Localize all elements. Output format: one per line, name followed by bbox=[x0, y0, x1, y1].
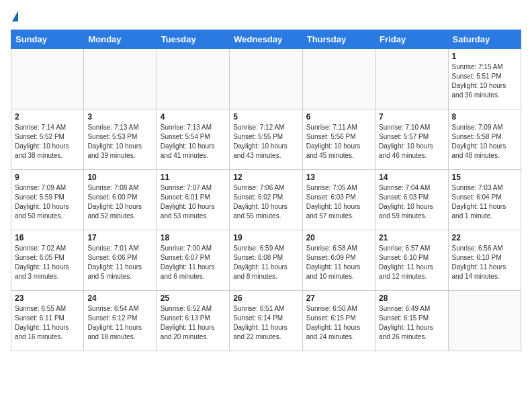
calendar-day-cell: 5Sunrise: 7:12 AM Sunset: 5:55 PM Daylig… bbox=[230, 109, 302, 170]
calendar-week-row: 1Sunrise: 7:15 AM Sunset: 5:51 PM Daylig… bbox=[11, 49, 521, 109]
day-number: 6 bbox=[306, 112, 371, 122]
day-number: 1 bbox=[452, 52, 517, 61]
calendar-day-cell: 16Sunrise: 7:02 AM Sunset: 6:05 PM Dayli… bbox=[11, 230, 84, 291]
calendar-day-cell: 12Sunrise: 7:06 AM Sunset: 6:02 PM Dayli… bbox=[230, 170, 302, 230]
day-info: Sunrise: 7:13 AM Sunset: 5:54 PM Dayligh… bbox=[161, 123, 226, 161]
calendar-day-cell: 26Sunrise: 6:51 AM Sunset: 6:14 PM Dayli… bbox=[230, 291, 302, 351]
calendar-day-cell: 4Sunrise: 7:13 AM Sunset: 5:54 PM Daylig… bbox=[157, 109, 229, 170]
day-info: Sunrise: 7:02 AM Sunset: 6:05 PM Dayligh… bbox=[15, 244, 80, 281]
calendar-day-cell: 20Sunrise: 6:58 AM Sunset: 6:09 PM Dayli… bbox=[302, 230, 375, 291]
day-info: Sunrise: 7:15 AM Sunset: 5:51 PM Dayligh… bbox=[452, 62, 517, 100]
calendar-week-row: 23Sunrise: 6:55 AM Sunset: 6:11 PM Dayli… bbox=[11, 291, 521, 351]
weekday-sunday: Sunday bbox=[11, 30, 84, 49]
calendar-day-cell: 13Sunrise: 7:05 AM Sunset: 6:03 PM Dayli… bbox=[302, 170, 375, 230]
calendar-day-cell bbox=[11, 49, 84, 109]
day-number: 2 bbox=[15, 112, 80, 122]
day-info: Sunrise: 6:58 AM Sunset: 6:09 PM Dayligh… bbox=[306, 244, 371, 281]
day-number: 28 bbox=[379, 293, 444, 303]
day-info: Sunrise: 6:59 AM Sunset: 6:08 PM Dayligh… bbox=[233, 244, 298, 281]
day-info: Sunrise: 7:01 AM Sunset: 6:06 PM Dayligh… bbox=[87, 244, 152, 281]
page-header bbox=[11, 11, 521, 21]
day-info: Sunrise: 7:09 AM Sunset: 5:58 PM Dayligh… bbox=[452, 123, 517, 161]
day-info: Sunrise: 6:56 AM Sunset: 6:10 PM Dayligh… bbox=[452, 244, 517, 281]
weekday-friday: Friday bbox=[375, 30, 448, 49]
weekday-header-row: SundayMondayTuesdayWednesdayThursdayFrid… bbox=[11, 30, 521, 49]
day-number: 12 bbox=[233, 173, 298, 182]
calendar-day-cell: 22Sunrise: 6:56 AM Sunset: 6:10 PM Dayli… bbox=[448, 230, 521, 291]
day-info: Sunrise: 7:09 AM Sunset: 5:59 PM Dayligh… bbox=[15, 183, 80, 221]
day-number: 26 bbox=[233, 293, 298, 303]
day-number: 23 bbox=[15, 293, 80, 303]
day-number: 9 bbox=[15, 173, 80, 182]
day-info: Sunrise: 7:12 AM Sunset: 5:55 PM Dayligh… bbox=[233, 123, 298, 161]
day-number: 13 bbox=[306, 173, 371, 182]
calendar-day-cell: 15Sunrise: 7:03 AM Sunset: 6:04 PM Dayli… bbox=[448, 170, 521, 230]
day-number: 16 bbox=[15, 233, 80, 242]
calendar-day-cell: 8Sunrise: 7:09 AM Sunset: 5:58 PM Daylig… bbox=[448, 109, 521, 170]
day-info: Sunrise: 7:07 AM Sunset: 6:01 PM Dayligh… bbox=[161, 183, 226, 221]
calendar-day-cell: 10Sunrise: 7:08 AM Sunset: 6:00 PM Dayli… bbox=[84, 170, 157, 230]
day-info: Sunrise: 6:49 AM Sunset: 6:15 PM Dayligh… bbox=[379, 304, 444, 342]
day-number: 24 bbox=[87, 293, 152, 303]
day-number: 25 bbox=[161, 293, 226, 303]
day-info: Sunrise: 7:00 AM Sunset: 6:07 PM Dayligh… bbox=[161, 244, 226, 281]
calendar-week-row: 16Sunrise: 7:02 AM Sunset: 6:05 PM Dayli… bbox=[11, 230, 521, 291]
weekday-saturday: Saturday bbox=[448, 30, 521, 49]
calendar-day-cell: 11Sunrise: 7:07 AM Sunset: 6:01 PM Dayli… bbox=[157, 170, 229, 230]
day-number: 19 bbox=[233, 233, 298, 242]
calendar-day-cell: 17Sunrise: 7:01 AM Sunset: 6:06 PM Dayli… bbox=[84, 230, 157, 291]
calendar-day-cell: 24Sunrise: 6:54 AM Sunset: 6:12 PM Dayli… bbox=[84, 291, 157, 351]
weekday-thursday: Thursday bbox=[302, 30, 375, 49]
calendar-day-cell: 6Sunrise: 7:11 AM Sunset: 5:56 PM Daylig… bbox=[302, 109, 375, 170]
weekday-wednesday: Wednesday bbox=[230, 30, 302, 49]
day-info: Sunrise: 6:55 AM Sunset: 6:11 PM Dayligh… bbox=[15, 304, 80, 342]
day-number: 14 bbox=[379, 173, 444, 182]
calendar-day-cell bbox=[448, 291, 521, 351]
weekday-tuesday: Tuesday bbox=[157, 30, 229, 49]
calendar-day-cell bbox=[230, 49, 302, 109]
day-number: 10 bbox=[87, 173, 152, 182]
day-info: Sunrise: 7:10 AM Sunset: 5:57 PM Dayligh… bbox=[379, 123, 444, 161]
calendar-day-cell: 27Sunrise: 6:50 AM Sunset: 6:15 PM Dayli… bbox=[302, 291, 375, 351]
calendar-week-row: 9Sunrise: 7:09 AM Sunset: 5:59 PM Daylig… bbox=[11, 170, 521, 230]
calendar-day-cell: 19Sunrise: 6:59 AM Sunset: 6:08 PM Dayli… bbox=[230, 230, 302, 291]
calendar-day-cell bbox=[157, 49, 229, 109]
calendar-day-cell: 3Sunrise: 7:13 AM Sunset: 5:53 PM Daylig… bbox=[84, 109, 157, 170]
day-number: 15 bbox=[452, 173, 517, 182]
calendar-day-cell: 7Sunrise: 7:10 AM Sunset: 5:57 PM Daylig… bbox=[375, 109, 448, 170]
day-info: Sunrise: 7:14 AM Sunset: 5:52 PM Dayligh… bbox=[15, 123, 80, 161]
day-number: 8 bbox=[452, 112, 517, 122]
day-info: Sunrise: 7:03 AM Sunset: 6:04 PM Dayligh… bbox=[452, 183, 517, 221]
day-number: 11 bbox=[161, 173, 226, 182]
calendar-week-row: 2Sunrise: 7:14 AM Sunset: 5:52 PM Daylig… bbox=[11, 109, 521, 170]
day-number: 21 bbox=[379, 233, 444, 242]
day-info: Sunrise: 7:05 AM Sunset: 6:03 PM Dayligh… bbox=[306, 183, 371, 221]
calendar-day-cell: 18Sunrise: 7:00 AM Sunset: 6:07 PM Dayli… bbox=[157, 230, 229, 291]
day-number: 7 bbox=[379, 112, 444, 122]
day-number: 3 bbox=[87, 112, 152, 122]
calendar-day-cell bbox=[84, 49, 157, 109]
day-info: Sunrise: 7:08 AM Sunset: 6:00 PM Dayligh… bbox=[87, 183, 152, 221]
day-number: 18 bbox=[161, 233, 226, 242]
day-info: Sunrise: 6:57 AM Sunset: 6:10 PM Dayligh… bbox=[379, 244, 444, 281]
day-number: 22 bbox=[452, 233, 517, 242]
logo bbox=[11, 11, 18, 21]
day-info: Sunrise: 6:54 AM Sunset: 6:12 PM Dayligh… bbox=[87, 304, 152, 342]
day-info: Sunrise: 7:11 AM Sunset: 5:56 PM Dayligh… bbox=[306, 123, 371, 161]
day-info: Sunrise: 6:51 AM Sunset: 6:14 PM Dayligh… bbox=[233, 304, 298, 342]
calendar-table: SundayMondayTuesdayWednesdayThursdayFrid… bbox=[11, 30, 521, 351]
day-info: Sunrise: 7:13 AM Sunset: 5:53 PM Dayligh… bbox=[87, 123, 152, 161]
logo-triangle-icon bbox=[12, 11, 18, 21]
calendar-day-cell: 14Sunrise: 7:04 AM Sunset: 6:03 PM Dayli… bbox=[375, 170, 448, 230]
calendar-day-cell: 9Sunrise: 7:09 AM Sunset: 5:59 PM Daylig… bbox=[11, 170, 84, 230]
day-info: Sunrise: 7:04 AM Sunset: 6:03 PM Dayligh… bbox=[379, 183, 444, 221]
day-number: 20 bbox=[306, 233, 371, 242]
calendar-day-cell: 23Sunrise: 6:55 AM Sunset: 6:11 PM Dayli… bbox=[11, 291, 84, 351]
calendar-day-cell bbox=[375, 49, 448, 109]
calendar-day-cell: 25Sunrise: 6:52 AM Sunset: 6:13 PM Dayli… bbox=[157, 291, 229, 351]
day-info: Sunrise: 6:52 AM Sunset: 6:13 PM Dayligh… bbox=[161, 304, 226, 342]
day-info: Sunrise: 6:50 AM Sunset: 6:15 PM Dayligh… bbox=[306, 304, 371, 342]
weekday-monday: Monday bbox=[84, 30, 157, 49]
day-number: 5 bbox=[233, 112, 298, 122]
calendar-day-cell: 21Sunrise: 6:57 AM Sunset: 6:10 PM Dayli… bbox=[375, 230, 448, 291]
